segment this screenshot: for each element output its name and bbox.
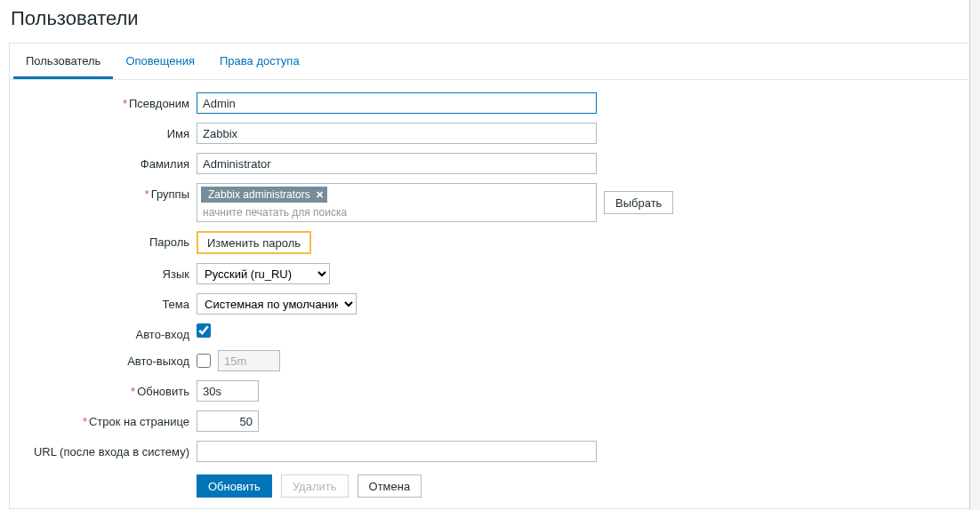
label-language: Язык bbox=[163, 267, 189, 281]
row-theme: Тема Системная по умолчанию bbox=[19, 293, 961, 315]
row-groups: *Группы Zabbix administrators ✕ начните … bbox=[19, 183, 961, 222]
refresh-input[interactable] bbox=[197, 380, 259, 402]
label-surname: Фамилия bbox=[141, 157, 189, 171]
page-title: Пользователи bbox=[11, 7, 971, 30]
remove-tag-icon[interactable]: ✕ bbox=[316, 189, 324, 201]
tab-user[interactable]: Пользователь bbox=[13, 44, 113, 79]
autologout-input bbox=[218, 350, 280, 371]
url-input[interactable] bbox=[197, 441, 597, 462]
row-url: URL (после входа в систему) bbox=[19, 441, 961, 462]
form-body: *Псевдоним Имя Фамилия *Группы bbox=[10, 80, 970, 508]
row-surname: Фамилия bbox=[19, 153, 961, 174]
groups-placeholder: начните печатать для поиска bbox=[201, 204, 592, 219]
groups-multiselect[interactable]: Zabbix administrators ✕ начните печатать… bbox=[197, 183, 597, 222]
name-input[interactable] bbox=[197, 123, 597, 144]
group-tag[interactable]: Zabbix administrators ✕ bbox=[201, 187, 327, 203]
label-name: Имя bbox=[167, 127, 189, 140]
theme-select[interactable]: Системная по умолчанию bbox=[197, 293, 357, 315]
label-alias: Псевдоним bbox=[129, 97, 189, 110]
label-groups: Группы bbox=[151, 187, 189, 201]
label-theme: Тема bbox=[162, 298, 189, 311]
row-password: Пароль Изменить пароль bbox=[19, 231, 961, 254]
form-actions: Обновить Удалить Отмена bbox=[19, 474, 961, 498]
form-panel: Пользователь Оповещения Права доступа *П… bbox=[9, 43, 971, 509]
change-password-button[interactable]: Изменить пароль bbox=[197, 231, 311, 254]
label-refresh: Обновить bbox=[137, 385, 189, 398]
alias-input[interactable] bbox=[197, 92, 597, 114]
row-name: Имя bbox=[19, 123, 961, 144]
row-rows: *Строк на странице bbox=[19, 410, 961, 432]
rows-input[interactable] bbox=[197, 410, 259, 432]
tab-media[interactable]: Оповещения bbox=[113, 44, 207, 79]
autologin-checkbox[interactable] bbox=[197, 323, 211, 338]
tab-permissions[interactable]: Права доступа bbox=[207, 44, 312, 79]
label-autologout: Авто-выход bbox=[127, 355, 189, 368]
row-alias: *Псевдоним bbox=[19, 92, 961, 114]
label-autologin: Авто-вход bbox=[136, 328, 189, 341]
row-autologin: Авто-вход bbox=[19, 323, 961, 341]
row-language: Язык Русский (ru_RU) bbox=[19, 263, 961, 284]
scrollbar-gutter bbox=[969, 0, 980, 510]
row-autologout: Авто-выход bbox=[19, 350, 961, 371]
row-refresh: *Обновить bbox=[19, 380, 961, 402]
tabs: Пользователь Оповещения Права доступа bbox=[10, 44, 970, 80]
delete-button: Удалить bbox=[281, 474, 349, 498]
surname-input[interactable] bbox=[197, 153, 597, 174]
label-password: Пароль bbox=[149, 235, 189, 249]
group-tag-label: Zabbix administrators bbox=[208, 188, 310, 201]
update-button[interactable]: Обновить bbox=[197, 474, 272, 498]
cancel-button[interactable]: Отмена bbox=[357, 474, 422, 498]
label-url: URL (после входа в систему) bbox=[34, 445, 189, 458]
autologout-checkbox[interactable] bbox=[197, 354, 211, 368]
select-groups-button[interactable]: Выбрать bbox=[604, 191, 673, 214]
label-rows: Строк на странице bbox=[89, 415, 189, 428]
language-select[interactable]: Русский (ru_RU) bbox=[197, 263, 330, 284]
